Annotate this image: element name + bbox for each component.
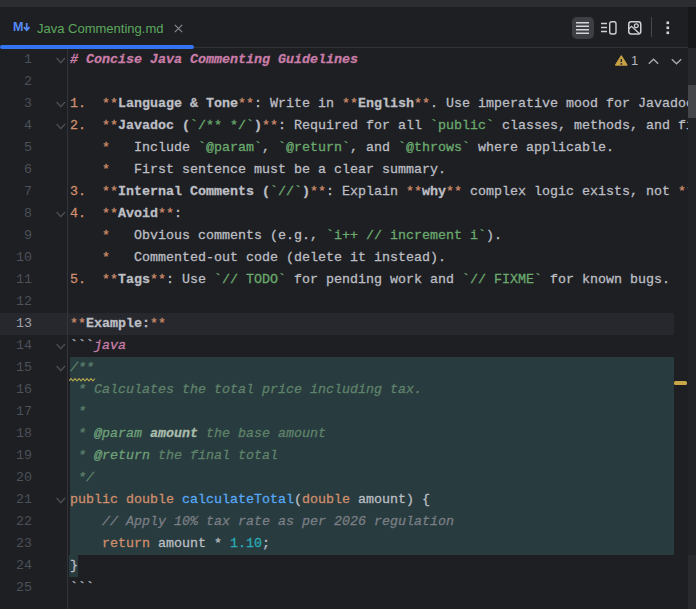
svg-text:M: M bbox=[13, 20, 23, 34]
